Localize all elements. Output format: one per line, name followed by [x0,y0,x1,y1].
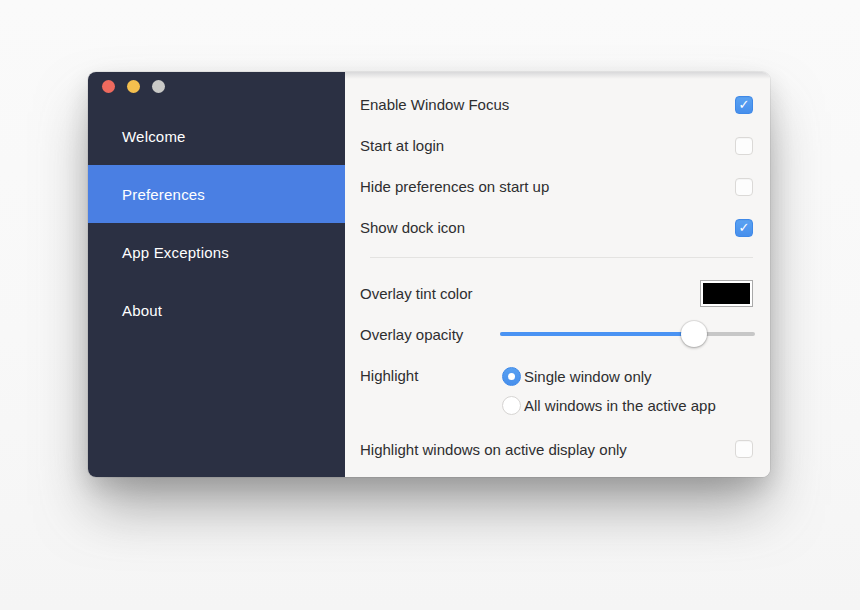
color-swatch [703,283,750,304]
setting-label: Overlay tint color [360,285,473,302]
setting-label: Overlay opacity [360,326,463,343]
show-dock-icon-checkbox[interactable]: ✓ [735,219,753,237]
setting-label: Enable Window Focus [360,96,509,113]
sidebar-item-label: App Exceptions [122,244,229,261]
setting-row-highlight: Highlight Single window only All windows… [360,362,753,420]
setting-row-enable-window-focus: Enable Window Focus ✓ [360,84,753,125]
close-button[interactable] [102,80,115,93]
highlight-radio-group: Single window only All windows in the ac… [502,362,716,420]
minimize-button[interactable] [127,80,140,93]
preferences-panel: Enable Window Focus ✓ Start at login ✓ H… [345,72,770,477]
section-divider [370,257,753,258]
slider-thumb[interactable] [681,321,707,347]
setting-row-overlay-tint: Overlay tint color [360,271,753,315]
setting-row-show-dock-icon: Show dock icon ✓ [360,207,753,248]
sidebar-nav: Welcome Preferences App Exceptions About [88,107,345,339]
setting-row-start-at-login: Start at login ✓ [360,125,753,166]
enable-window-focus-checkbox[interactable]: ✓ [735,96,753,114]
slider-fill [500,332,694,336]
setting-label: Show dock icon [360,219,465,236]
setting-label: Highlight windows on active display only [360,441,627,458]
sidebar-item-label: Welcome [122,128,186,145]
all-windows-radio[interactable] [502,396,521,415]
radio-option-single-window: Single window only [502,362,716,391]
zoom-button[interactable] [152,80,165,93]
sidebar-item-welcome[interactable]: Welcome [88,107,345,165]
start-at-login-checkbox[interactable]: ✓ [735,137,753,155]
sidebar: Welcome Preferences App Exceptions About [88,72,345,477]
radio-label: Single window only [524,368,652,385]
setting-label: Hide preferences on start up [360,178,549,195]
sidebar-item-about[interactable]: About [88,281,345,339]
setting-row-hide-preferences: Hide preferences on start up ✓ [360,166,753,207]
setting-row-active-display: Highlight windows on active display only… [360,428,753,470]
setting-label: Start at login [360,137,444,154]
sidebar-item-app-exceptions[interactable]: App Exceptions [88,223,345,281]
setting-label: Highlight [360,362,502,420]
overlay-opacity-slider[interactable] [500,321,755,347]
active-display-checkbox[interactable]: ✓ [735,440,753,458]
checkmark-icon: ✓ [739,221,750,234]
preferences-window: Welcome Preferences App Exceptions About… [88,72,770,477]
overlay-tint-color-well[interactable] [700,280,753,307]
sidebar-item-label: Preferences [122,186,205,203]
checkmark-icon: ✓ [739,98,750,111]
setting-row-overlay-opacity: Overlay opacity [360,315,753,353]
hide-preferences-checkbox[interactable]: ✓ [735,178,753,196]
traffic-lights [102,80,165,93]
sidebar-item-label: About [122,302,162,319]
sidebar-item-preferences[interactable]: Preferences [88,165,345,223]
radio-option-all-windows: All windows in the active app [502,391,716,420]
single-window-radio[interactable] [502,367,521,386]
radio-label: All windows in the active app [524,397,716,414]
